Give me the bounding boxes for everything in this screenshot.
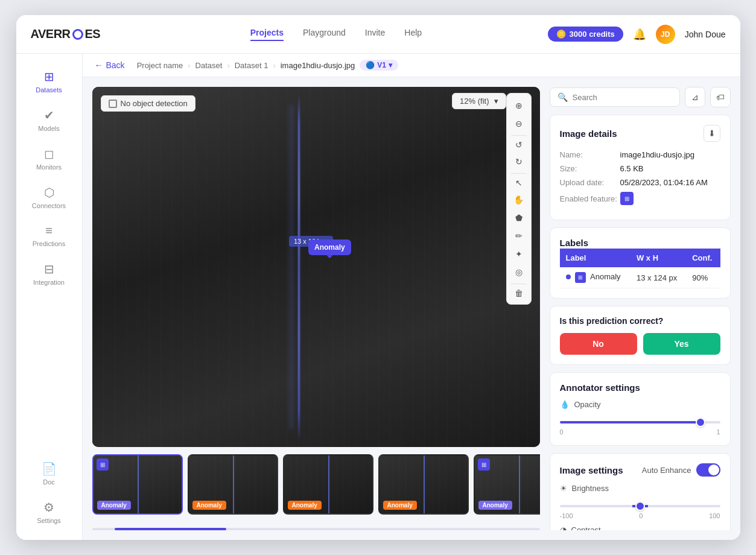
sidebar-item-label-connectors: Connectors [32,202,66,209]
col-dims: W x H [631,249,686,267]
brightness-min-label: -100 [560,512,573,519]
detail-name-value: image1hdiu-dusjo.jpg [620,150,695,159]
zoom-control[interactable]: 12% (fit) ▾ [452,93,506,109]
filter-icon: ⊿ [691,92,699,102]
image-toolbar: ⊕ ⊖ ↺ ↻ ↖ ✋ ⬟ ✏ ✦ ◎ 🗑 [506,93,532,305]
label-name-value: Anomaly [590,272,621,281]
filter-button[interactable]: ⊿ [685,87,705,107]
thumbnails-scrollbar[interactable] [92,528,540,530]
search-input[interactable] [573,93,672,102]
zoom-in-button[interactable]: ⊕ [510,97,527,114]
nav-projects[interactable]: Projects [250,28,284,41]
nav-help[interactable]: Help [404,28,422,41]
nav-right: 🪙 3000 credits 🔔 JD John Doue [548,25,726,44]
sidebar-item-label-settings: Settings [37,517,61,524]
sidebar-item-datasets[interactable]: ⊞ Datasets [16,63,82,100]
no-detection-badge: No object detection [101,95,195,112]
thumbnail-0[interactable]: ⊞ Anomaly [92,454,183,515]
label-dot-icon [566,274,571,279]
redo-button[interactable]: ↻ [510,153,527,170]
brush-tool-button[interactable]: ✏ [510,227,527,244]
sidebar-item-settings[interactable]: ⚙ Settings [16,494,82,530]
notification-bell-icon[interactable]: 🔔 [633,28,646,41]
sidebar-item-doc[interactable]: 📄 Doc [16,455,82,492]
col-label: Label [560,249,631,267]
undo-button[interactable]: ↺ [510,135,527,152]
search-row: 🔍 ⊿ 🏷 [550,87,731,107]
breadcrumb-dataset1[interactable]: Dataset 1 [235,61,268,70]
opacity-min-label: 0 [560,428,564,436]
brightness-label: Brightness [572,484,609,493]
prediction-yes-button[interactable]: Yes [643,333,720,355]
back-label: Back [106,60,125,70]
thumb-line-3 [424,455,425,513]
sidebar-item-label-monitors: Monitors [36,163,62,171]
download-button[interactable]: ⬇ [704,125,720,142]
credits-badge[interactable]: 🪙 3000 credits [548,27,623,42]
sidebar-bottom: 📄 Doc ⚙ Settings [16,455,82,530]
auto-enhance-toggle[interactable] [696,463,720,477]
breadcrumb-current-file: image1hdiu-dusjo.jpg [281,61,355,70]
magic-tool-button[interactable]: ✦ [510,246,527,262]
annotation-label: Anomaly [308,239,351,255]
delete-tool-button[interactable]: 🗑 [510,284,527,300]
user-name: John Doue [685,30,726,39]
nav-playground[interactable]: Playground [303,28,346,41]
image-details-header: Image details ⬇ [560,125,720,142]
connectors-icon: ⬡ [44,185,54,200]
detail-feature-label: Enabled feature: [560,194,620,203]
sidebar-item-models[interactable]: ✔ Models [16,102,82,138]
thumb-badge-2: Anomaly [288,501,322,510]
brightness-slider[interactable] [560,505,720,507]
hide-tool-button[interactable]: ◎ [510,264,527,281]
download-icon: ⬇ [708,128,716,138]
search-box[interactable]: 🔍 [550,87,680,107]
monitors-icon: ◻ [44,147,54,161]
contrast-label: Contrast [571,525,601,530]
sidebar-item-predictions[interactable]: ≡ Predictions [16,218,82,253]
cursor-tool-button[interactable]: ↖ [510,173,527,190]
label-conf-cell: 90% [686,267,720,288]
breadcrumb-dataset[interactable]: Dataset [195,61,223,70]
thumbnail-1[interactable]: Anomaly [188,454,278,515]
anomaly-line [298,87,300,447]
avatar: JD [656,25,675,44]
prediction-no-button[interactable]: No [560,333,637,355]
zoom-out-button[interactable]: ⊖ [510,115,527,132]
sidebar-item-label-doc: Doc [43,478,55,486]
table-row[interactable]: ⊞ Anomaly 13 x 124 px 90% [560,267,720,288]
breadcrumb-project[interactable]: Project name [137,61,183,70]
thumbnail-4[interactable]: ⊞ Anomaly [474,454,540,515]
zoom-label: 12% (fit) [460,97,489,106]
zoom-chevron-icon: ▾ [494,97,498,106]
version-icon: 🔵 [366,61,375,69]
sidebar-item-integration[interactable]: ⊟ Integration [16,256,82,292]
thumbnail-2[interactable]: Anomaly [283,454,373,515]
content-area: Anomaly 13 x 124 px No object detection … [83,77,740,540]
prediction-buttons: No Yes [560,333,720,355]
credits-value: 3000 credits [570,30,615,39]
thumb-line-4 [519,455,520,513]
labels-header-row: Label W x H Conf. [560,249,720,267]
opacity-slider[interactable] [560,421,720,423]
labels-table: Label W x H Conf. ⊞ [560,249,720,288]
tag-icon: 🏷 [716,92,725,102]
back-arrow-icon: ← [95,60,103,70]
sidebar-item-connectors[interactable]: ⬡ Connectors [16,179,82,215]
opacity-slider-labels: 0 1 [560,428,720,436]
tag-button[interactable]: 🏷 [710,87,731,107]
settings-icon: ⚙ [43,500,54,515]
thumbnail-3[interactable]: Anomaly [378,454,469,515]
sidebar-item-label-models: Models [38,125,59,132]
brightness-row: ☀ Brightness [560,484,720,493]
back-button[interactable]: ← Back [95,60,125,70]
version-badge[interactable]: 🔵 V1 ▾ [360,60,398,71]
thumb-badge-3: Anomaly [383,501,417,510]
pan-tool-button[interactable]: ✋ [510,191,527,208]
thumb-line-0 [138,455,139,513]
thumb-badge-0: Anomaly [97,501,131,510]
polygon-tool-button[interactable]: ⬟ [510,209,527,226]
sidebar-item-monitors[interactable]: ◻ Monitors [16,141,82,177]
nav-invite[interactable]: Invite [365,28,385,41]
labels-card: Labels Label W x H Conf. [550,227,731,299]
